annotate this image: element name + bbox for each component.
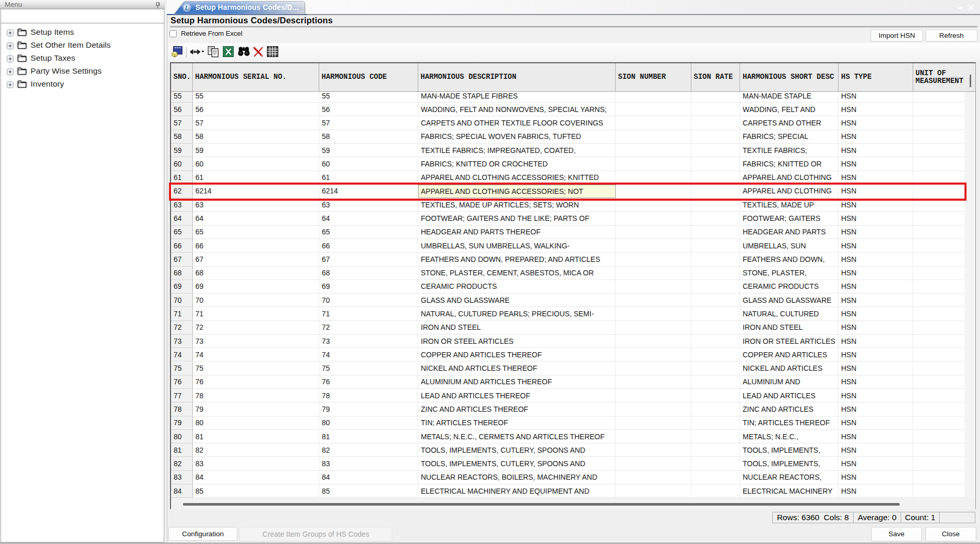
svg-text:L: L — [184, 4, 189, 11]
